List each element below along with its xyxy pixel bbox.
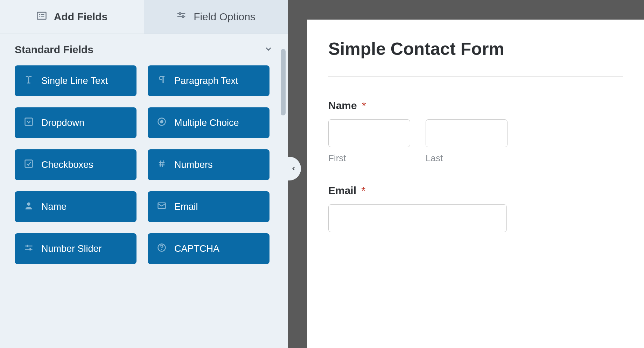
form-card: Simple Contact Form Name * First Last Em… [307, 20, 644, 348]
field-label: Name [41, 201, 66, 212]
tab-label: Add Fields [54, 11, 107, 23]
tab-field-options[interactable]: Field Options [144, 0, 288, 34]
form-preview-area: Simple Contact Form Name * First Last Em… [288, 0, 644, 348]
svg-rect-20 [27, 244, 28, 247]
svg-rect-12 [25, 160, 33, 167]
field-label: Multiple Choice [174, 118, 239, 128]
user-icon [24, 201, 34, 213]
section-title: Standard Fields [15, 44, 93, 56]
first-sublabel: First [328, 153, 410, 164]
field-captcha[interactable]: CAPTCHA [148, 233, 270, 264]
field-email[interactable]: Email [148, 191, 270, 222]
field-label: Paragraph Text [174, 76, 238, 86]
sliders-icon [176, 10, 187, 23]
question-circle-icon [157, 243, 167, 255]
field-label: Checkboxes [41, 159, 93, 170]
svg-point-6 [179, 13, 181, 14]
field-label: Email [174, 201, 198, 212]
standard-fields-section: Standard Fields Single Line Text Paragra… [0, 34, 288, 264]
panel-scrollbar[interactable] [281, 49, 286, 115]
svg-line-15 [160, 160, 161, 167]
email-input[interactable] [328, 204, 507, 232]
field-label: Single Line Text [41, 76, 108, 86]
list-icon [36, 10, 47, 23]
svg-rect-9 [25, 118, 33, 125]
required-asterisk: * [361, 185, 365, 196]
field-single-line-text[interactable]: Single Line Text [15, 65, 136, 96]
svg-line-16 [162, 160, 163, 167]
field-number-slider[interactable]: Number Slider [15, 233, 136, 264]
field-label: Numbers [174, 159, 213, 170]
field-numbers[interactable]: Numbers [148, 149, 270, 180]
envelope-icon [157, 201, 167, 213]
field-checkboxes[interactable]: Checkboxes [15, 149, 136, 180]
name-row: First Last [328, 119, 623, 164]
required-asterisk: * [362, 100, 366, 111]
field-label: Number Slider [41, 243, 102, 254]
section-header[interactable]: Standard Fields [15, 44, 273, 56]
name-label: Name * [328, 100, 623, 112]
pilcrow-icon [157, 75, 167, 87]
field-grid: Single Line Text Paragraph Text Dropdown… [15, 65, 273, 264]
text-cursor-icon [24, 75, 34, 87]
field-name[interactable]: Name [15, 191, 136, 222]
fields-panel: Add Fields Field Options Standard Fields… [0, 0, 288, 348]
chevron-left-icon [290, 165, 297, 172]
last-sublabel: Last [426, 153, 507, 164]
field-label: CAPTCHA [174, 243, 219, 254]
field-multiple-choice[interactable]: Multiple Choice [148, 107, 270, 138]
svg-point-24 [161, 249, 162, 250]
svg-point-11 [160, 120, 163, 123]
tab-label: Field Options [194, 11, 255, 23]
last-name-input[interactable] [426, 119, 507, 147]
caret-square-icon [24, 117, 34, 129]
sliders-icon [24, 243, 34, 255]
field-dropdown[interactable]: Dropdown [15, 107, 136, 138]
field-paragraph-text[interactable]: Paragraph Text [148, 65, 270, 96]
first-name-input[interactable] [328, 119, 410, 147]
divider [328, 76, 623, 77]
radio-icon [157, 117, 167, 129]
check-square-icon [24, 159, 34, 171]
hash-icon [157, 159, 167, 171]
svg-rect-22 [29, 248, 31, 250]
tab-add-fields[interactable]: Add Fields [0, 0, 144, 34]
email-label: Email * [328, 185, 623, 197]
form-title: Simple Contact Form [328, 39, 623, 59]
chevron-down-icon [264, 44, 273, 55]
svg-point-8 [182, 16, 184, 17]
panel-tabs: Add Fields Field Options [0, 0, 288, 34]
field-label: Dropdown [41, 118, 84, 128]
svg-point-17 [27, 202, 30, 205]
